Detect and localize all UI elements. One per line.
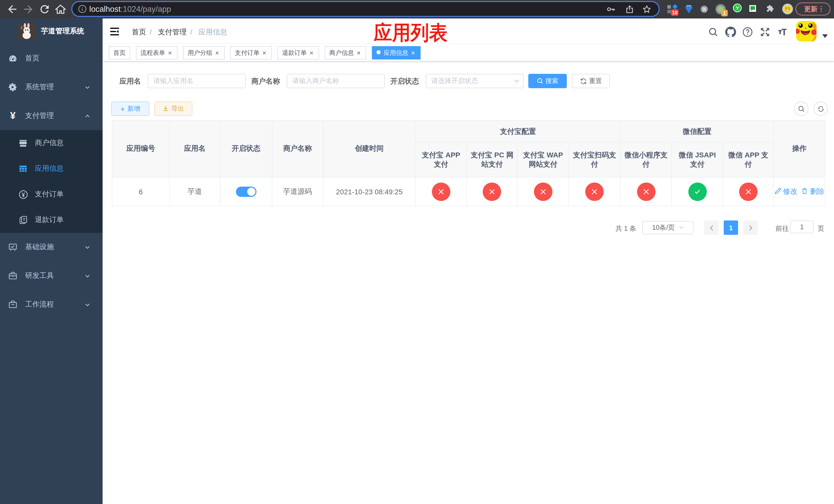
svg-text:10: 10 — [672, 10, 678, 15]
svg-text:⌘: ⌘ — [702, 7, 706, 12]
svg-text:Y: Y — [736, 5, 739, 11]
svg-text:1: 1 — [723, 10, 726, 16]
